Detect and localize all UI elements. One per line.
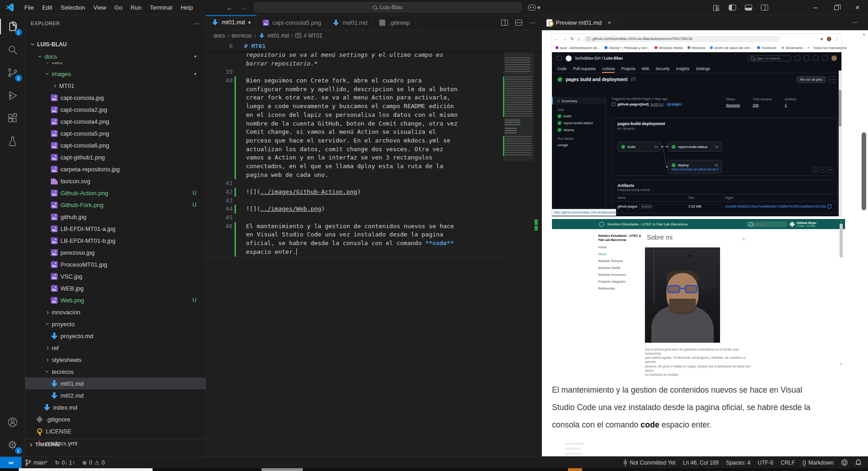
breadcrumb-item[interactable]: mt01.md	[267, 33, 289, 39]
settings-button[interactable]: ⚙ 1	[0, 433, 25, 456]
tree-item[interactable]: capt-consola6.png	[25, 139, 206, 151]
tree-item[interactable]: Web.png U	[25, 294, 206, 306]
modified-dot-icon[interactable]: ●	[248, 20, 251, 25]
close-button[interactable]: ×	[847, 0, 868, 15]
breadcrumb-item[interactable]: docs	[213, 33, 225, 39]
menu-item[interactable]: Help	[176, 4, 197, 11]
timeline-section[interactable]: TIMELINE	[35, 442, 60, 447]
tree-item[interactable]: favicon.svg	[25, 175, 206, 187]
code-line[interactable]: vamos a Action y en la interfaz se ven 3…	[206, 153, 504, 162]
tree-item[interactable]: MT01	[25, 80, 206, 92]
customize-layout-icon[interactable]	[713, 5, 720, 11]
tree-item[interactable]: stylesheets	[25, 354, 206, 366]
menu-item[interactable]: Selection	[56, 4, 89, 11]
tree-item[interactable]: docs ●	[25, 50, 206, 62]
code-line[interactable]: en el icono del lapiz se personalisa los…	[206, 111, 504, 120]
minimap[interactable]	[504, 41, 534, 456]
code-line[interactable]: borrar repositorio.*	[206, 60, 504, 68]
editor-tab[interactable]: .gitkeep	[373, 15, 416, 30]
sync-status[interactable]: ↻ 0↓ 1↑	[51, 457, 79, 469]
code-line[interactable]: 46 El mantenimiento y la gestion de cont…	[206, 222, 504, 231]
tree-item[interactable]: perezoso.jpg	[25, 246, 206, 258]
tree-item[interactable]: github.jpg	[25, 211, 206, 223]
tree-item[interactable]: tecnicos	[25, 366, 206, 378]
menu-item[interactable]: File	[20, 4, 38, 11]
toggle-secondary-sidebar-icon[interactable]	[761, 5, 768, 11]
problems-status[interactable]: ⊗ 0 ⚠ 0	[78, 457, 108, 469]
tree-item[interactable]: .gitignore	[25, 413, 206, 425]
cursor-position[interactable]: Ln 46, Col 189	[679, 457, 722, 469]
tree-item[interactable]: LB-EFDI-MT01-b.jpg	[25, 235, 206, 246]
toggle-panel-icon[interactable]	[745, 5, 752, 11]
tree-item[interactable]: carpeta-repositorio.jpg	[25, 163, 206, 175]
restore-button[interactable]	[826, 0, 847, 15]
tree-item[interactable]: VSC.jpg	[25, 270, 206, 282]
forward-icon[interactable]: →	[240, 4, 246, 11]
code-line[interactable]: luego a code nuevamente y buscamos el ca…	[206, 102, 504, 111]
sticky-scroll-line[interactable]: 6 # MT01	[206, 41, 542, 51]
tree-item[interactable]: innovacion	[25, 306, 206, 318]
editor-tab[interactable]: mt01.md ●	[206, 15, 257, 30]
eol-setting[interactable]: CRLF	[777, 457, 798, 469]
code-line[interactable]: 45	[206, 214, 504, 222]
tree-item[interactable]: files	[25, 62, 206, 68]
preview-scrollbar[interactable]: ▲	[861, 31, 867, 456]
tree-item[interactable]: LB-EFDI-MT01-a.jpg	[25, 223, 206, 235]
code-line[interactable]: oficial, se habre desde la consola con e…	[206, 239, 504, 248]
commit-status[interactable]: Not Committed Yet	[619, 457, 679, 469]
notifications-button[interactable]	[852, 457, 868, 469]
sidebar-item-extensions[interactable]	[0, 107, 25, 130]
tree-item[interactable]: ref	[25, 342, 206, 354]
tree-item[interactable]: capt-consola5.png	[25, 127, 206, 139]
code-line[interactable]: repositorio se va al menú settings y el …	[206, 51, 504, 60]
toggle-sidebar-icon[interactable]	[729, 5, 736, 11]
code-line[interactable]: en Visual Studio Code una vez instalado …	[206, 230, 504, 239]
feedback-button[interactable]	[837, 457, 852, 469]
branch-status[interactable]: main*	[22, 457, 51, 469]
tree-item[interactable]: capt-github1.png	[25, 151, 206, 163]
sidebar-item-run-debug[interactable]	[0, 84, 25, 107]
code-line[interactable]: espacio enter.	[206, 248, 504, 257]
tree-item[interactable]: LICENSE	[25, 425, 206, 437]
encoding-setting[interactable]: UTF-8	[754, 457, 777, 469]
explorer-more-actions-icon[interactable]: ⋯	[194, 20, 201, 27]
tree-item[interactable]: images ●	[25, 68, 206, 80]
indentation-setting[interactable]: Spaces: 4	[722, 457, 754, 469]
code-line[interactable]: 40 Bien seguimos con Crete fork, abre el…	[206, 77, 504, 85]
minimize-button[interactable]: ─	[805, 0, 826, 15]
more-actions-icon[interactable]: ⋯	[852, 19, 858, 26]
editor-tab[interactable]: md01.md	[327, 15, 373, 30]
language-mode[interactable]: {} Markdown	[799, 457, 837, 469]
tree-item[interactable]: mt02.md	[25, 389, 206, 401]
code-line[interactable]: crear fork otra vez. se va al menu Actio…	[206, 93, 504, 102]
code-line[interactable]: 43	[206, 197, 504, 205]
preview-tab[interactable]: Preview mt01.md ×	[542, 15, 624, 30]
tree-item[interactable]: Github-Action.png U	[25, 187, 206, 199]
close-icon[interactable]: ×	[607, 19, 611, 26]
split-editor-icon[interactable]	[501, 20, 508, 26]
code-line[interactable]: 41	[206, 179, 504, 188]
sidebar-item-source-control[interactable]: 3	[0, 61, 25, 84]
menu-item[interactable]: Go	[110, 4, 126, 11]
menu-item[interactable]: Edit	[38, 4, 56, 11]
code-line[interactable]: configurar nombre y apellido, descripcio…	[206, 85, 504, 94]
copilot-button[interactable]: ▾	[528, 4, 540, 11]
account-button[interactable]	[0, 411, 25, 433]
tree-item[interactable]: proyecto	[25, 318, 206, 330]
scrollbar-thumb[interactable]	[862, 132, 866, 210]
code-line[interactable]: pagina web de cada uno.	[206, 171, 504, 180]
markdown-preview[interactable]: ← → ↻ ⌂ github.com/luchoblau-GH/Luis-Bla…	[542, 30, 868, 456]
code-line[interactable]: conectados, en el que se llama dploy est…	[206, 162, 504, 171]
editor-scrollbar[interactable]	[534, 41, 542, 456]
code-line[interactable]: porceso que hace el servidor. En el arch…	[206, 137, 504, 145]
back-icon[interactable]: ←	[226, 4, 233, 11]
tree-item[interactable]: proyecto.md	[25, 330, 206, 342]
tree-item[interactable]: ProcesoMT01.jpg	[25, 258, 206, 270]
menu-item[interactable]: View	[89, 4, 110, 11]
editor[interactable]: 6 # MT01 repositorio se va al menú setti…	[206, 41, 542, 456]
more-actions-icon[interactable]: ⋯	[530, 19, 535, 26]
breadcrumb-item[interactable]: # MT01	[304, 33, 322, 39]
sidebar-item-testing[interactable]	[0, 130, 25, 153]
code-area[interactable]: repositorio se va al menú settings y el …	[206, 51, 504, 257]
code-line[interactable]: nombre de la cuenta GitHub, boton de Com…	[206, 120, 504, 128]
